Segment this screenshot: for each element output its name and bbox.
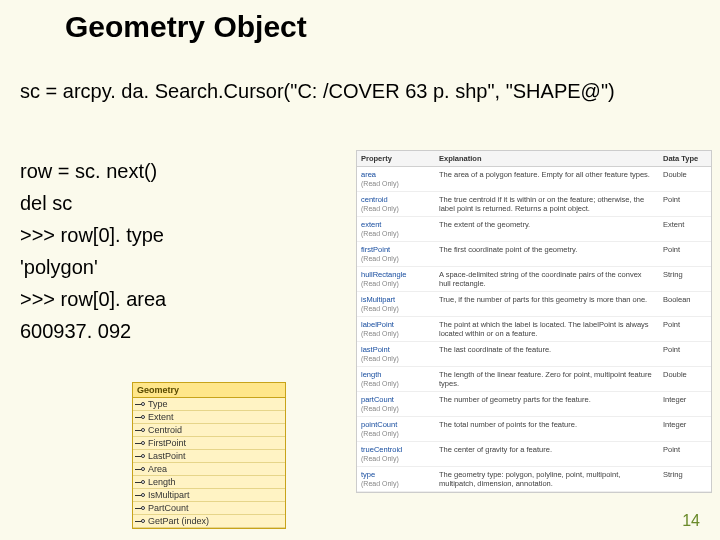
bullet-icon	[135, 428, 145, 433]
table-row: area(Read Only)The area of a polygon fea…	[357, 167, 711, 192]
geometry-attribute-label: Type	[148, 399, 168, 409]
geometry-attribute-row: PartCount	[133, 502, 285, 515]
geometry-attribute-label: PartCount	[148, 503, 189, 513]
prop-cell: trueCentroid(Read Only)	[357, 442, 435, 466]
datatype-cell: Integer	[659, 417, 711, 441]
geometry-attribute-row: Area	[133, 463, 285, 476]
header-property: Property	[357, 151, 435, 166]
geometry-uml-box: Geometry TypeExtentCentroidFirstPointLas…	[132, 382, 286, 529]
table-row: hullRectangle(Read Only)A space-delimite…	[357, 267, 711, 292]
geometry-attribute-row: LastPoint	[133, 450, 285, 463]
prop-cell: length(Read Only)	[357, 367, 435, 391]
geometry-box-title: Geometry	[133, 383, 285, 398]
datatype-cell: Double	[659, 167, 711, 191]
datatype-cell: Point	[659, 342, 711, 366]
table-row: centroid(Read Only)The true centroid if …	[357, 192, 711, 217]
geometry-attribute-label: Extent	[148, 412, 174, 422]
explanation-cell: The true centroid if it is within or on …	[435, 192, 659, 216]
prop-cell: type(Read Only)	[357, 467, 435, 491]
geometry-attribute-label: LastPoint	[148, 451, 186, 461]
bullet-icon	[135, 441, 145, 446]
code-left-block: row = sc. next() del sc >>> row[0]. type…	[20, 155, 166, 347]
bullet-icon	[135, 402, 145, 407]
slide-title: Geometry Object	[65, 10, 307, 44]
prop-cell: pointCount(Read Only)	[357, 417, 435, 441]
explanation-cell: True, if the number of parts for this ge…	[435, 292, 659, 316]
geometry-attribute-label: Centroid	[148, 425, 182, 435]
datatype-cell: Point	[659, 317, 711, 341]
prop-cell: firstPoint(Read Only)	[357, 242, 435, 266]
table-row: lastPoint(Read Only)The last coordinate …	[357, 342, 711, 367]
page-number: 14	[682, 512, 700, 530]
bullet-icon	[135, 467, 145, 472]
datatype-cell: Point	[659, 192, 711, 216]
prop-cell: isMultipart(Read Only)	[357, 292, 435, 316]
explanation-cell: The total number of points for the featu…	[435, 417, 659, 441]
prop-cell: labelPoint(Read Only)	[357, 317, 435, 341]
bullet-icon	[135, 519, 145, 524]
header-explanation: Explanation	[435, 151, 659, 166]
table-row: type(Read Only)The geometry type: polygo…	[357, 467, 711, 492]
bullet-icon	[135, 454, 145, 459]
prop-cell: hullRectangle(Read Only)	[357, 267, 435, 291]
table-row: trueCentroid(Read Only)The center of gra…	[357, 442, 711, 467]
geometry-attribute-row: Type	[133, 398, 285, 411]
geometry-attribute-row: GetPart (index)	[133, 515, 285, 528]
explanation-cell: The geometry type: polygon, polyline, po…	[435, 467, 659, 491]
table-row: firstPoint(Read Only)The first coordinat…	[357, 242, 711, 267]
table-row: pointCount(Read Only)The total number of…	[357, 417, 711, 442]
geometry-attribute-row: IsMultipart	[133, 489, 285, 502]
table-header: Property Explanation Data Type	[357, 151, 711, 167]
code-top-line: sc = arcpy. da. Search.Cursor("C: /COVER…	[20, 80, 615, 103]
geometry-attribute-label: Length	[148, 477, 176, 487]
geometry-attribute-row: Extent	[133, 411, 285, 424]
explanation-cell: The number of geometry parts for the fea…	[435, 392, 659, 416]
datatype-cell: Double	[659, 367, 711, 391]
explanation-cell: The extent of the geometry.	[435, 217, 659, 241]
datatype-cell: Extent	[659, 217, 711, 241]
bullet-icon	[135, 493, 145, 498]
datatype-cell: Point	[659, 442, 711, 466]
prop-cell: extent(Read Only)	[357, 217, 435, 241]
geometry-attribute-label: GetPart (index)	[148, 516, 209, 526]
prop-cell: centroid(Read Only)	[357, 192, 435, 216]
geometry-attribute-label: IsMultipart	[148, 490, 190, 500]
datatype-cell: Boolean	[659, 292, 711, 316]
table-row: extent(Read Only)The extent of the geome…	[357, 217, 711, 242]
explanation-cell: A space-delimited string of the coordina…	[435, 267, 659, 291]
prop-cell: lastPoint(Read Only)	[357, 342, 435, 366]
geometry-attribute-label: Area	[148, 464, 167, 474]
datatype-cell: String	[659, 467, 711, 491]
geometry-attribute-row: Length	[133, 476, 285, 489]
datatype-cell: Point	[659, 242, 711, 266]
explanation-cell: The point at which the label is located.…	[435, 317, 659, 341]
geometry-attribute-row: Centroid	[133, 424, 285, 437]
explanation-cell: The last coordinate of the feature.	[435, 342, 659, 366]
explanation-cell: The area of a polygon feature. Empty for…	[435, 167, 659, 191]
table-row: length(Read Only)The length of the linea…	[357, 367, 711, 392]
datatype-cell: String	[659, 267, 711, 291]
explanation-cell: The first coordinate point of the geomet…	[435, 242, 659, 266]
table-row: partCount(Read Only)The number of geomet…	[357, 392, 711, 417]
explanation-cell: The length of the linear feature. Zero f…	[435, 367, 659, 391]
geometry-attribute-row: FirstPoint	[133, 437, 285, 450]
table-row: labelPoint(Read Only)The point at which …	[357, 317, 711, 342]
properties-table: Property Explanation Data Type area(Read…	[356, 150, 712, 493]
explanation-cell: The center of gravity for a feature.	[435, 442, 659, 466]
table-row: isMultipart(Read Only)True, if the numbe…	[357, 292, 711, 317]
prop-cell: area(Read Only)	[357, 167, 435, 191]
geometry-attribute-label: FirstPoint	[148, 438, 186, 448]
bullet-icon	[135, 506, 145, 511]
bullet-icon	[135, 480, 145, 485]
datatype-cell: Integer	[659, 392, 711, 416]
prop-cell: partCount(Read Only)	[357, 392, 435, 416]
bullet-icon	[135, 415, 145, 420]
header-datatype: Data Type	[659, 151, 711, 166]
